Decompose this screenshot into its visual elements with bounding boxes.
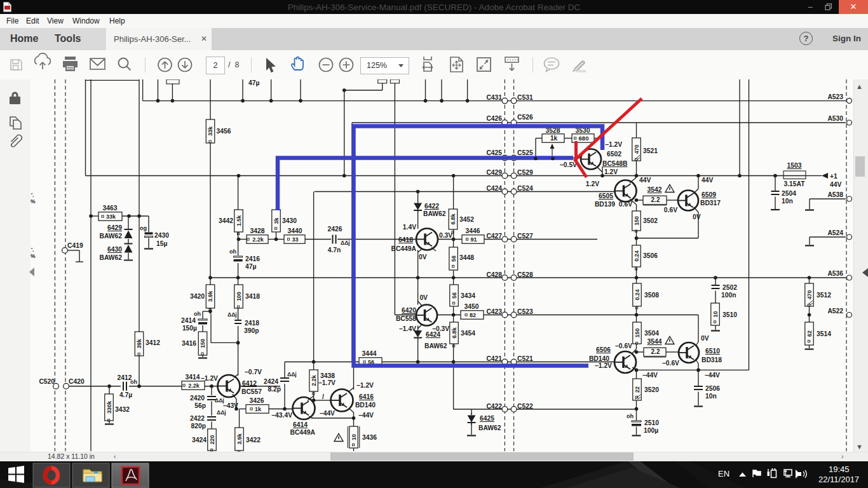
- svg-text:2430: 2430: [154, 232, 169, 239]
- svg-text:C425: C425: [486, 149, 502, 156]
- svg-text:3416: 3416: [182, 340, 196, 347]
- svg-text:2.2: 2.2: [651, 348, 660, 355]
- svg-text:2420: 2420: [190, 395, 205, 402]
- svg-text:2.2k: 2.2k: [188, 383, 200, 389]
- svg-text:BC449A: BC449A: [391, 245, 417, 252]
- svg-text:A536: A536: [827, 270, 843, 277]
- svg-text:3442: 3442: [219, 217, 233, 224]
- svg-text:4.7µ: 4.7µ: [119, 391, 132, 398]
- svg-text:44V: 44V: [639, 177, 651, 184]
- svg-text:2.2k: 2.2k: [252, 236, 264, 243]
- svg-text:−1.7V: −1.7V: [318, 379, 336, 386]
- svg-text:39k: 39k: [136, 339, 142, 349]
- svg-text:C421: C421: [486, 355, 502, 362]
- svg-text:2510: 2510: [644, 419, 659, 426]
- svg-text:390p: 390p: [244, 327, 259, 334]
- svg-text:C424: C424: [486, 185, 502, 192]
- svg-text:6420: 6420: [402, 307, 416, 314]
- svg-text:3.9k: 3.9k: [207, 291, 214, 302]
- svg-text:C422: C422: [486, 403, 502, 410]
- svg-text:2424: 2424: [264, 378, 278, 385]
- svg-text:1.2V: 1.2V: [586, 180, 599, 187]
- svg-text:33k: 33k: [207, 126, 214, 136]
- svg-text:−0.6V: −0.6V: [615, 342, 632, 349]
- svg-text:150: 150: [634, 329, 641, 338]
- svg-text:/: /: [322, 393, 324, 400]
- svg-text:C420: C420: [69, 378, 85, 385]
- svg-text:C520: C520: [39, 378, 55, 385]
- svg-text:0V: 0V: [419, 294, 428, 301]
- svg-text:6510: 6510: [705, 348, 720, 355]
- svg-text:56: 56: [451, 255, 457, 262]
- svg-text:ΔΔj: ΔΔj: [287, 371, 297, 377]
- svg-text:3440: 3440: [288, 227, 302, 234]
- svg-text:2418: 2418: [245, 320, 259, 327]
- svg-text:6422: 6422: [424, 203, 439, 210]
- svg-text:56: 56: [451, 292, 458, 299]
- svg-text:2504: 2504: [782, 190, 796, 197]
- svg-text:C529: C529: [517, 169, 533, 176]
- svg-text:3456: 3456: [217, 128, 231, 135]
- svg-text:3412: 3412: [146, 339, 160, 346]
- svg-text:3422: 3422: [246, 437, 261, 444]
- svg-text:C426: C426: [486, 115, 502, 122]
- svg-text:44V: 44V: [702, 177, 713, 184]
- svg-text:33k: 33k: [106, 214, 116, 220]
- svg-text:6505: 6505: [599, 193, 613, 200]
- svg-text:33: 33: [292, 236, 298, 243]
- svg-text:91: 91: [470, 236, 477, 243]
- svg-text:3454: 3454: [461, 330, 475, 337]
- svg-text:10n: 10n: [782, 198, 793, 205]
- svg-text:BAW62: BAW62: [478, 424, 501, 431]
- svg-text:ΔΔj: ΔΔj: [341, 240, 350, 246]
- svg-text:BD139: BD139: [595, 201, 615, 208]
- svg-text:3434: 3434: [461, 292, 475, 299]
- svg-text:22: 22: [634, 386, 641, 393]
- svg-text:C431: C431: [486, 94, 502, 101]
- svg-text:−0.5V: −0.5V: [560, 161, 577, 168]
- svg-text:ΔΔj: ΔΔj: [227, 311, 237, 318]
- svg-text:−0.3V: −0.3V: [432, 325, 449, 332]
- svg-text:3438: 3438: [320, 372, 335, 379]
- svg-text:BD317: BD317: [700, 200, 721, 207]
- svg-text:3512: 3512: [817, 292, 831, 299]
- svg-text:3.9k: 3.9k: [236, 433, 243, 444]
- svg-text:3428: 3428: [250, 227, 265, 234]
- svg-text:A524: A524: [827, 229, 843, 236]
- svg-text:1503: 1503: [787, 162, 802, 169]
- svg-text:C528: C528: [517, 271, 533, 278]
- svg-text:6502: 6502: [607, 151, 621, 158]
- svg-text:C423: C423: [486, 308, 502, 315]
- svg-text:3424: 3424: [192, 437, 207, 444]
- svg-text:6429: 6429: [107, 224, 122, 231]
- svg-text:BAW62: BAW62: [424, 342, 447, 349]
- svg-text:3544: 3544: [648, 338, 662, 345]
- svg-text:BC558: BC558: [396, 315, 416, 322]
- svg-text:150: 150: [634, 216, 640, 226]
- svg-text:3436: 3436: [362, 434, 377, 441]
- svg-text:10: 10: [712, 311, 719, 318]
- svg-text:−1.2V: −1.2V: [201, 375, 218, 382]
- svg-text:6509: 6509: [702, 191, 716, 198]
- svg-text:3521: 3521: [643, 147, 658, 154]
- svg-text:2.2: 2.2: [651, 196, 660, 203]
- svg-text:2414: 2414: [181, 317, 196, 324]
- svg-text:1.2V: 1.2V: [604, 168, 618, 175]
- svg-text:2506: 2506: [705, 385, 720, 392]
- svg-text:3k: 3k: [273, 218, 280, 224]
- svg-text:6.8k: 6.8k: [450, 214, 456, 224]
- svg-text:−0.7V: −0.7V: [245, 369, 262, 376]
- svg-text:C429: C429: [486, 169, 502, 176]
- svg-text:oh: oh: [627, 413, 634, 419]
- svg-text:3508: 3508: [644, 292, 659, 299]
- svg-text:3510: 3510: [722, 311, 737, 318]
- svg-text:0V: 0V: [701, 335, 709, 342]
- svg-text:og: og: [140, 225, 147, 231]
- svg-text:C526: C526: [517, 114, 533, 121]
- svg-text:3450: 3450: [465, 303, 479, 310]
- svg-text:BAW62: BAW62: [423, 210, 446, 217]
- svg-text:A523: A523: [827, 93, 843, 100]
- svg-text:470: 470: [634, 145, 640, 154]
- svg-text:0V: 0V: [419, 254, 427, 261]
- svg-text:2502: 2502: [722, 284, 737, 291]
